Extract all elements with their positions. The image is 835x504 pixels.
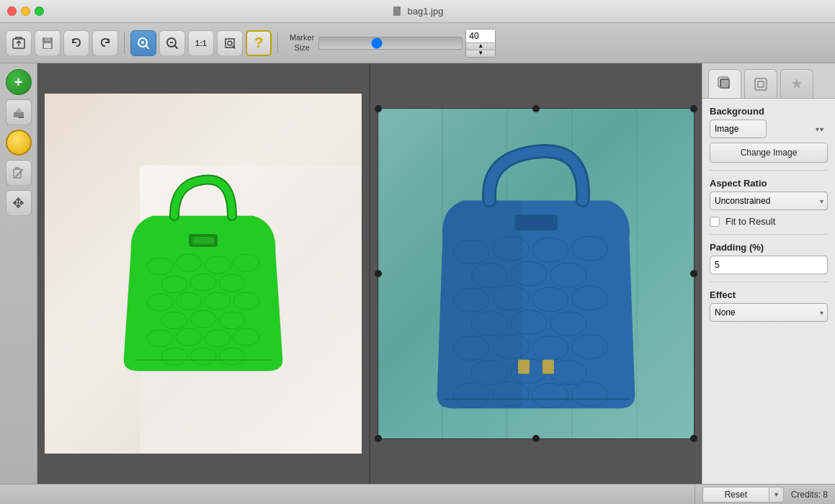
effect-select[interactable]: None Shadow Glow Blur — [710, 303, 828, 322]
svg-rect-3 — [45, 37, 50, 41]
clear-button[interactable] — [6, 160, 32, 186]
aspect-ratio-label: Aspect Ratio — [710, 178, 828, 189]
redo-icon — [98, 36, 112, 50]
svg-rect-17 — [14, 169, 21, 178]
marker-size-group: Marker Size 40 ▲ ▼ — [290, 29, 496, 58]
zoom-out-button[interactable] — [159, 30, 185, 56]
teal-wood-background — [378, 109, 694, 438]
file-icon — [392, 6, 403, 17]
marker-size-text: Marker Size — [290, 33, 314, 52]
erase-button[interactable] — [6, 99, 32, 125]
svg-rect-15 — [14, 112, 24, 117]
zoom-in-icon — [136, 36, 151, 50]
svg-rect-70 — [542, 359, 554, 374]
zoom-fit-icon — [223, 36, 237, 50]
save-icon — [40, 36, 55, 50]
save-button[interactable] — [35, 30, 61, 56]
zoom-100-label: 1:1 — [195, 39, 207, 48]
fit-to-result-checkbox[interactable] — [710, 217, 720, 227]
right-panel: Background Image Color Transparent None … — [702, 63, 835, 484]
undo-button[interactable] — [63, 30, 89, 56]
handle-top-left[interactable] — [375, 105, 382, 112]
change-image-button[interactable]: Change Image — [710, 143, 828, 163]
padding-spinner: 5 ▲ ▼ — [710, 256, 828, 274]
footer: Reset ▾ Credits: 8 — [0, 484, 835, 504]
handle-top[interactable] — [532, 105, 540, 112]
zoom-out-icon — [165, 36, 179, 50]
tabs-container — [702, 63, 835, 99]
move-button[interactable]: ✥ — [6, 190, 32, 216]
tab-layers[interactable] — [708, 69, 741, 98]
divider-1 — [710, 170, 828, 171]
open-button[interactable] — [6, 30, 32, 56]
background-type-select[interactable]: Image Color Transparent None — [710, 120, 767, 138]
separator-2 — [277, 32, 278, 54]
background-select-chevron-icon: ▾ — [820, 125, 823, 133]
output-tab-icon — [753, 76, 769, 92]
svg-line-11 — [174, 45, 177, 48]
close-button[interactable] — [7, 6, 17, 16]
zoom-in-button[interactable] — [130, 30, 156, 56]
red-arrow-svg — [805, 63, 826, 66]
svg-rect-68 — [518, 218, 554, 227]
marker-spin-up-button[interactable]: ▲ — [466, 42, 495, 50]
padding-input[interactable]: 5 — [710, 260, 827, 270]
background-type-select-wrapper: Image Color Transparent None ▾ — [710, 120, 828, 138]
divider-2 — [710, 234, 828, 235]
separator-1 — [124, 32, 125, 54]
handle-left[interactable] — [375, 270, 382, 277]
marker-spin-down-button[interactable]: ▼ — [466, 50, 495, 57]
svg-rect-75 — [721, 80, 728, 87]
left-toolbar: + ✥ — [0, 63, 37, 484]
help-button[interactable]: ? — [246, 30, 272, 56]
open-icon — [12, 36, 26, 50]
marker-slider-container: 40 ▲ ▼ — [318, 29, 496, 58]
reset-dropdown-icon: ▾ — [774, 490, 778, 498]
aspect-ratio-select-wrapper: Unconstrained 1:1 4:3 16:9 ▾ — [710, 192, 828, 210]
green-bag-svg — [110, 166, 297, 382]
zoom-100-button[interactable]: 1:1 — [188, 30, 214, 56]
clear-icon — [12, 166, 26, 180]
titlebar: bag1.jpg — [0, 0, 835, 23]
original-image-panel — [37, 63, 370, 484]
aspect-ratio-section: Aspect Ratio Unconstrained 1:1 4:3 16:9 … — [710, 178, 828, 210]
color-button[interactable] — [6, 130, 32, 156]
reset-button[interactable]: Reset — [702, 487, 769, 503]
erase-icon — [12, 105, 26, 120]
blue-bag-svg — [378, 109, 694, 438]
handle-bottom[interactable] — [532, 435, 540, 442]
add-marker-button[interactable]: + — [6, 69, 32, 95]
aspect-ratio-select[interactable]: Unconstrained 1:1 4:3 16:9 — [710, 192, 828, 210]
marker-value-box: 40 ▲ ▼ — [465, 29, 496, 58]
reset-button-container: Reset ▾ — [702, 487, 784, 503]
footer-right-area: Reset ▾ Credits: 8 — [695, 485, 828, 504]
tab-favorites[interactable] — [780, 69, 813, 98]
handle-right[interactable] — [690, 270, 697, 277]
change-image-label: Change Image — [741, 148, 798, 158]
handle-bottom-right[interactable] — [690, 435, 697, 442]
padding-section: Padding (%) 5 ▲ ▼ — [710, 242, 828, 274]
marker-size-slider[interactable] — [318, 37, 463, 50]
minimize-button[interactable] — [21, 6, 30, 16]
divider-3 — [710, 282, 828, 282]
change-image-wrapper: Change Image — [710, 143, 828, 163]
credits-label: Credits: 8 — [791, 490, 828, 500]
redo-button[interactable] — [92, 30, 118, 56]
canvas-area — [37, 63, 702, 484]
window-controls — [7, 6, 44, 16]
help-icon: ? — [254, 35, 263, 51]
zoom-fit-button[interactable] — [217, 30, 243, 56]
tab-output[interactable] — [744, 69, 777, 98]
svg-point-13 — [228, 41, 232, 45]
handle-top-right[interactable] — [690, 105, 697, 112]
effect-label: Effect — [710, 289, 828, 300]
effect-section: Effect None Shadow Glow Blur ▾ — [710, 289, 828, 322]
move-icon: ✥ — [12, 194, 24, 212]
reset-dropdown-button[interactable]: ▾ — [769, 487, 784, 503]
padding-label: Padding (%) — [710, 242, 828, 253]
background-section: Background Image Color Transparent None … — [710, 106, 828, 163]
title-text: bag1.jpg — [408, 6, 444, 17]
maximize-button[interactable] — [35, 6, 44, 16]
marker-size-input[interactable]: 40 — [466, 30, 495, 42]
handle-bottom-left[interactable] — [375, 435, 382, 442]
